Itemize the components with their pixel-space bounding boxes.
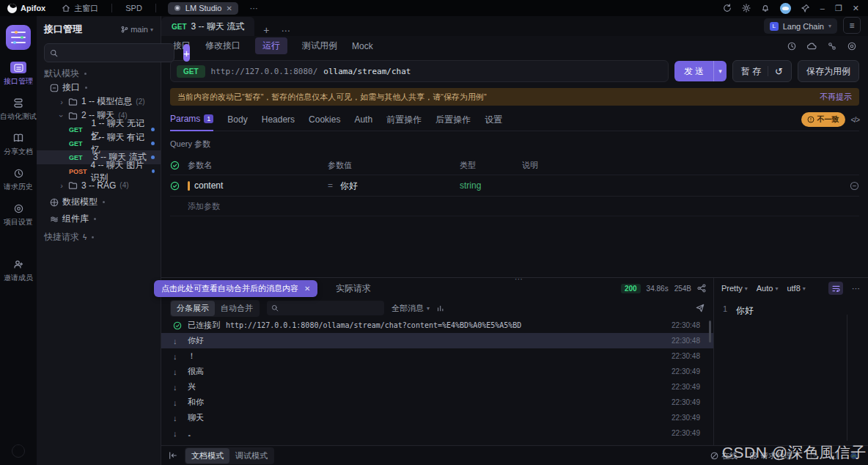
- encoding-selector[interactable]: utf8▾: [787, 284, 805, 293]
- console-search[interactable]: [267, 301, 384, 315]
- tree-search[interactable]: [44, 43, 174, 62]
- tab-actual-request[interactable]: 实际请求: [336, 282, 371, 295]
- tab-more-icon[interactable]: ⋯: [278, 26, 293, 36]
- response-more-icon[interactable]: ⋯: [852, 284, 861, 293]
- doc-tab-active[interactable]: GET 3 -- 聊天 流式: [161, 17, 254, 36]
- console-row[interactable]: 已连接到 http://127.0.0.1:8080/ollama/stream…: [161, 318, 713, 333]
- console-message-list[interactable]: 已连接到 http://127.0.0.1:8080/ollama/stream…: [161, 318, 713, 447]
- subtab-run[interactable]: 运行: [255, 37, 287, 54]
- mismatch-badge[interactable]: 不一致: [801, 112, 845, 127]
- message-filter[interactable]: 全部消息 ▾: [391, 303, 430, 314]
- save-as-case-button[interactable]: 保存为用例: [798, 60, 859, 82]
- close-tooltip-icon[interactable]: ✕: [304, 285, 310, 293]
- tab-params[interactable]: Params 1: [170, 108, 213, 131]
- check-all-icon[interactable]: [170, 161, 180, 170]
- tree-request-2[interactable]: GET 2 -- 聊天 有记忆: [37, 136, 161, 150]
- pin-icon[interactable]: [801, 4, 810, 12]
- share-icon[interactable]: [697, 284, 706, 293]
- console-row[interactable]: ↓ 很高 22:30:49: [161, 364, 713, 379]
- collapse-sidebar-icon[interactable]: [169, 451, 177, 460]
- scrollbar[interactable]: [709, 321, 711, 343]
- layout-menu-icon[interactable]: ≡: [843, 17, 861, 34]
- user-avatar[interactable]: [780, 3, 791, 14]
- tab-auth[interactable]: Auth: [354, 109, 372, 131]
- target-icon[interactable]: [847, 42, 856, 51]
- remove-param-icon[interactable]: [850, 181, 859, 191]
- console-row[interactable]: ↓ 和你 22:30:49: [161, 395, 713, 410]
- branch-selector[interactable]: main ▾: [121, 25, 153, 34]
- tab-settings[interactable]: 设置: [485, 109, 502, 131]
- rail-item-invite[interactable]: 邀请成员: [4, 258, 33, 283]
- console-row[interactable]: ↓ 兴 22:30:49: [161, 379, 713, 395]
- history-icon[interactable]: [787, 42, 796, 51]
- auto-merge-button[interactable]: 自动合并: [215, 301, 259, 316]
- console-row-selected[interactable]: ↓ 你好 22:30:48: [161, 333, 713, 348]
- share-link-icon[interactable]: [828, 42, 836, 51]
- rail-item-automation[interactable]: 自动化测试: [0, 97, 37, 122]
- console-row[interactable]: ↓ ！ 22:30:48: [161, 348, 713, 364]
- add-param-button[interactable]: 添加参数: [170, 197, 859, 216]
- split-display-button[interactable]: 分条展示: [171, 301, 215, 316]
- environment-selector[interactable]: L Lang Chain ▾: [764, 18, 837, 34]
- restore-button[interactable]: ❐: [835, 4, 842, 13]
- console-row[interactable]: ↓ 聊天 22:30:49: [161, 410, 713, 425]
- project-tab-lmstudio[interactable]: LM Studio ✕: [168, 2, 238, 15]
- minimize-button[interactable]: –: [820, 4, 825, 12]
- doc-mode-button[interactable]: 文档模式: [185, 448, 229, 464]
- wrap-lines-button[interactable]: [828, 282, 843, 295]
- export-plane-icon[interactable]: [696, 304, 705, 312]
- module-row[interactable]: 默认模块: [37, 67, 161, 81]
- close-tab-icon[interactable]: ✕: [226, 4, 232, 12]
- tab-body[interactable]: Body: [227, 109, 247, 131]
- tab-post-ops[interactable]: 后置操作: [435, 109, 471, 131]
- subtab-edit[interactable]: 修改接口: [205, 40, 240, 52]
- send-dropdown-icon[interactable]: ▾: [713, 61, 727, 81]
- param-enabled-icon[interactable]: [170, 181, 180, 191]
- new-tab-icon[interactable]: +: [254, 24, 278, 36]
- debug-mode-button[interactable]: 调试模式: [229, 448, 273, 464]
- send-button[interactable]: 发 送: [674, 61, 713, 81]
- notifications-bell-icon[interactable]: [761, 4, 770, 12]
- cloud-icon[interactable]: [807, 42, 817, 50]
- rail-item-history[interactable]: 请求历史: [4, 167, 33, 192]
- tab-cookies[interactable]: Cookies: [309, 109, 340, 131]
- tree-folder-model-info[interactable]: › 1 -- 模型信息 (2): [37, 95, 161, 109]
- project-tab-spd[interactable]: SPD: [119, 0, 148, 16]
- tree-root-api[interactable]: 接口: [37, 81, 161, 95]
- format-selector[interactable]: Pretty▾: [721, 284, 748, 293]
- console-search-input[interactable]: [282, 303, 380, 313]
- rail-item-share-docs[interactable]: 分享文档: [4, 132, 33, 157]
- tree-request-4[interactable]: POST 4 -- 聊天 图片识别: [37, 164, 161, 178]
- response-content[interactable]: 1 你好: [714, 299, 868, 317]
- dismiss-link[interactable]: 不再提示: [820, 92, 852, 103]
- merge-hint-tooltip[interactable]: 点击此处可查看自动合并后的消息内容 ✕: [154, 280, 317, 297]
- add-api-button[interactable]: +: [183, 44, 190, 62]
- rail-item-api-manage[interactable]: 接口管理: [4, 62, 33, 87]
- tree-components[interactable]: 组件库: [37, 212, 161, 226]
- subtab-mock[interactable]: Mock: [352, 41, 373, 51]
- param-value[interactable]: 你好: [340, 180, 358, 192]
- home-window-tab[interactable]: 主窗口: [56, 0, 104, 16]
- undo-icon[interactable]: ↺: [775, 66, 783, 77]
- tab-pre-ops[interactable]: 前置操作: [386, 109, 422, 131]
- rail-item-project-settings[interactable]: 项目设置: [4, 202, 33, 227]
- more-tabs-icon[interactable]: ⋯: [243, 4, 266, 13]
- param-type[interactable]: string: [460, 180, 522, 191]
- tree-search-input[interactable]: [62, 48, 169, 58]
- tab-headers[interactable]: Headers: [262, 109, 295, 131]
- code-view-icon[interactable]: </>: [851, 116, 859, 124]
- tree-data-models[interactable]: 数据模型: [37, 195, 161, 209]
- sync-icon[interactable]: [723, 4, 732, 12]
- close-window-button[interactable]: ✕: [853, 4, 859, 13]
- timeline-icon[interactable]: [437, 304, 445, 312]
- project-logo[interactable]: [6, 25, 31, 50]
- stash-button[interactable]: 暂 存: [741, 65, 761, 78]
- param-name[interactable]: content: [194, 180, 223, 191]
- settings-gear-icon[interactable]: [742, 4, 751, 12]
- console-row[interactable]: ↓ 。 22:30:49: [161, 425, 713, 441]
- tree-quick-request[interactable]: 快捷请求 ϟ: [37, 230, 161, 244]
- type-selector[interactable]: Auto▾: [757, 284, 779, 293]
- subtab-cases[interactable]: 测试用例: [302, 40, 337, 52]
- url-input[interactable]: GET http://127.0.0.1:8080/ ollama/stream…: [170, 60, 669, 82]
- scrollbar-track[interactable]: [847, 315, 847, 441]
